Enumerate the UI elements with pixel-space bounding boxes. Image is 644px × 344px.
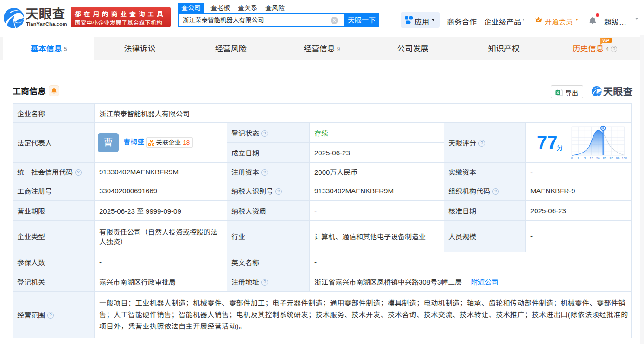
svg-text:0: 0: [571, 157, 573, 160]
svg-text:100: 100: [622, 157, 627, 160]
svg-text:97: 97: [609, 157, 613, 160]
svg-text:85: 85: [603, 157, 606, 160]
svg-text:50: 50: [596, 157, 600, 160]
svg-text:1: 1: [577, 157, 579, 160]
svg-text:3: 3: [584, 157, 586, 160]
svg-text:99: 99: [616, 157, 620, 160]
svg-text:15: 15: [590, 157, 593, 160]
